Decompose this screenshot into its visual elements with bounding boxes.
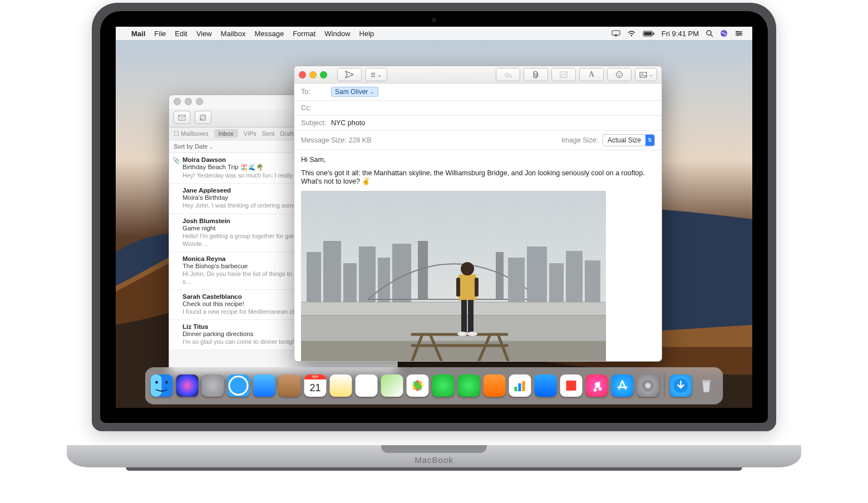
attachment-icon: 📎 bbox=[172, 157, 180, 164]
svg-rect-54 bbox=[461, 300, 467, 332]
svg-rect-3 bbox=[644, 32, 652, 35]
menu-file[interactable]: File bbox=[150, 29, 170, 38]
svg-point-13 bbox=[737, 34, 739, 36]
emoji-button[interactable] bbox=[607, 68, 632, 81]
menu-bar: Mail File Edit View Mailbox Message Form… bbox=[116, 27, 752, 40]
dock-app-trash[interactable] bbox=[696, 374, 718, 397]
menu-mailbox[interactable]: Mailbox bbox=[216, 29, 250, 38]
menu-window[interactable]: Window bbox=[320, 29, 354, 38]
cc-field-row[interactable]: Cc: bbox=[294, 101, 662, 116]
dock-app-downloads[interactable] bbox=[670, 374, 692, 397]
dock-app-mail[interactable] bbox=[253, 374, 275, 397]
send-button[interactable] bbox=[337, 68, 362, 81]
image-size-label: Image Size: bbox=[561, 136, 598, 144]
dock-app-appstore[interactable] bbox=[611, 374, 634, 397]
zoom-button[interactable] bbox=[320, 71, 327, 78]
dock-app-itunes[interactable] bbox=[586, 374, 608, 397]
minimize-button[interactable] bbox=[309, 71, 317, 78]
wifi-icon[interactable] bbox=[624, 30, 639, 37]
svg-rect-71 bbox=[519, 383, 521, 391]
peace-emoji-icon: ✌️ bbox=[362, 177, 371, 185]
filter-sent[interactable]: Sent bbox=[262, 130, 275, 137]
show-mailboxes-button[interactable]: ☐ Mailboxes bbox=[174, 130, 209, 137]
message-body[interactable]: Hi Sam, This one's got it all: the Manha… bbox=[294, 150, 662, 362]
app-menu[interactable]: Mail bbox=[127, 29, 150, 38]
dock-app-notes[interactable] bbox=[330, 374, 352, 397]
menu-format[interactable]: Format bbox=[288, 29, 320, 38]
laptop-brand-label: MacBook bbox=[415, 455, 453, 465]
menu-view[interactable]: View bbox=[192, 29, 216, 38]
recipient-token[interactable]: Sam Oliver⌄ bbox=[331, 87, 378, 97]
clock[interactable]: Fri 9:41 PM bbox=[658, 29, 702, 38]
dock-app-reminders[interactable] bbox=[356, 374, 378, 397]
cc-label: Cc: bbox=[301, 104, 331, 112]
dock-app-facetime[interactable] bbox=[458, 374, 480, 397]
svg-rect-36 bbox=[508, 258, 525, 302]
svg-line-6 bbox=[711, 34, 713, 37]
svg-point-11 bbox=[737, 31, 738, 33]
reply-button[interactable] bbox=[496, 68, 520, 81]
subject-label: Subject: bbox=[301, 119, 331, 127]
spotlight-icon[interactable] bbox=[702, 29, 717, 37]
message-size-value: 228 KB bbox=[348, 136, 371, 144]
filter-inbox[interactable]: Inbox bbox=[214, 129, 238, 138]
dock-app-contacts[interactable] bbox=[279, 374, 301, 397]
dock-app-keynote[interactable] bbox=[535, 374, 557, 397]
svg-rect-55 bbox=[468, 300, 474, 332]
filter-vips[interactable]: VIPs bbox=[244, 130, 257, 137]
svg-point-5 bbox=[707, 31, 711, 35]
image-size-select[interactable]: Actual Size ⇅ bbox=[603, 134, 655, 146]
sort-button[interactable]: Sort by Date ⌄ bbox=[174, 143, 213, 150]
dock-app-siri[interactable] bbox=[176, 374, 199, 397]
svg-rect-61 bbox=[151, 374, 162, 397]
svg-rect-59 bbox=[475, 278, 479, 297]
svg-point-62 bbox=[155, 381, 158, 384]
body-greeting: Hi Sam, bbox=[301, 156, 655, 164]
svg-point-12 bbox=[739, 33, 741, 34]
svg-point-57 bbox=[467, 332, 477, 336]
dock-app-maps[interactable] bbox=[381, 374, 403, 397]
dock-app-safari[interactable] bbox=[228, 374, 250, 397]
close-button[interactable] bbox=[174, 98, 181, 105]
dock-app-news[interactable] bbox=[560, 374, 583, 397]
markup-button[interactable] bbox=[551, 68, 576, 81]
battery-icon[interactable] bbox=[639, 31, 658, 37]
minimize-button[interactable] bbox=[185, 98, 192, 105]
svg-rect-41 bbox=[301, 302, 606, 315]
svg-rect-39 bbox=[566, 251, 583, 302]
dock-separator bbox=[664, 374, 665, 397]
dock-app-launchpad[interactable] bbox=[202, 374, 224, 397]
siri-icon[interactable] bbox=[717, 29, 731, 37]
subject-field-row[interactable]: Subject: NYC photo bbox=[294, 116, 662, 131]
compose-toolbar: ☰ ⌄ A ⌄ bbox=[294, 66, 662, 83]
svg-point-56 bbox=[457, 332, 467, 336]
menu-edit[interactable]: Edit bbox=[170, 29, 191, 38]
dock-app-settings[interactable] bbox=[637, 374, 659, 397]
format-button[interactable]: A bbox=[579, 68, 604, 81]
svg-rect-34 bbox=[496, 252, 504, 299]
photo-browser-button[interactable]: ⌄ bbox=[635, 68, 657, 81]
dock-app-calendar[interactable]: SEP21 bbox=[304, 374, 327, 397]
dock-app-messages[interactable] bbox=[432, 374, 455, 397]
header-fields-button[interactable]: ☰ ⌄ bbox=[365, 68, 387, 81]
dock-app-numbers[interactable] bbox=[509, 374, 531, 397]
menu-help[interactable]: Help bbox=[355, 29, 379, 38]
compose-button[interactable] bbox=[195, 111, 211, 124]
subject-value[interactable]: NYC photo bbox=[331, 119, 365, 127]
dock: SEP21 bbox=[145, 367, 723, 405]
control-center-icon[interactable] bbox=[731, 30, 747, 37]
laptop-base: MacBook bbox=[67, 445, 801, 484]
dock-app-photos[interactable] bbox=[407, 374, 429, 397]
menu-message[interactable]: Message bbox=[250, 29, 288, 38]
close-button[interactable] bbox=[299, 71, 306, 78]
svg-point-53 bbox=[461, 262, 474, 275]
airplay-icon[interactable] bbox=[608, 30, 624, 37]
svg-point-1 bbox=[631, 35, 633, 37]
dock-app-pages[interactable] bbox=[484, 374, 506, 397]
attach-button[interactable] bbox=[524, 68, 548, 81]
camera-dot bbox=[432, 18, 436, 22]
get-mail-button[interactable] bbox=[174, 111, 190, 124]
attached-photo[interactable] bbox=[301, 191, 606, 362]
zoom-button[interactable] bbox=[196, 98, 203, 105]
dock-app-finder[interactable] bbox=[151, 374, 173, 397]
